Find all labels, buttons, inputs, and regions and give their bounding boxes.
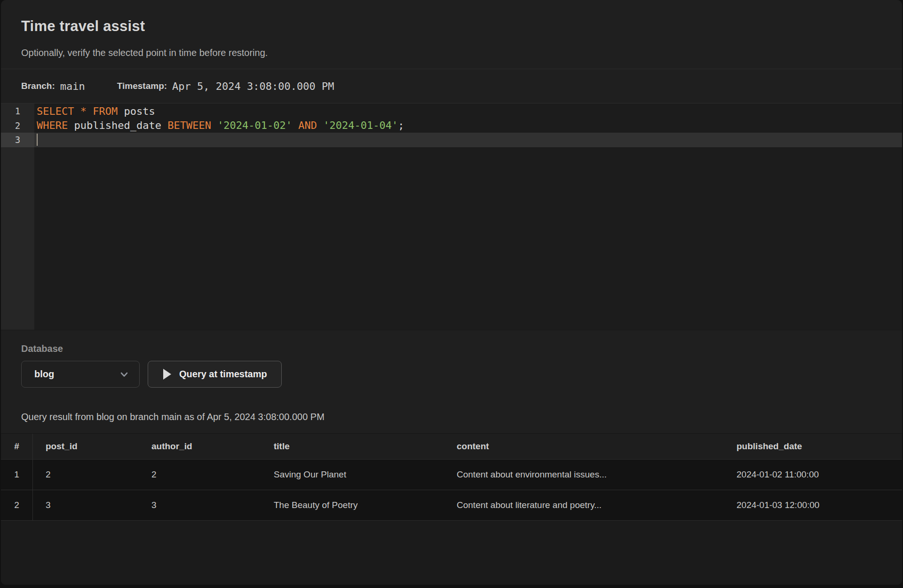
table-cell: 2	[33, 460, 139, 490]
timestamp-label: Timestamp:	[117, 81, 167, 91]
table-cell: Content about environmental issues...	[444, 460, 724, 490]
query-controls: blog Query at timestamp	[21, 361, 882, 388]
timestamp-value: Apr 5, 2024 3:08:00.000 PM	[172, 80, 334, 92]
editor-line[interactable]: 2WHERE published_date BETWEEN '2024-01-0…	[1, 119, 902, 133]
column-header: author_id	[139, 434, 261, 459]
query-button-label: Query at timestamp	[179, 369, 267, 380]
column-header: post_id	[33, 434, 139, 459]
table-cell: 3	[33, 490, 139, 520]
table-cell: 3	[139, 490, 261, 520]
play-icon	[162, 368, 172, 380]
table-cell: 2024-01-03 12:00:00	[724, 490, 902, 520]
code-text	[34, 133, 38, 147]
timestamp-info: Timestamp: Apr 5, 2024 3:08:00.000 PM	[117, 80, 334, 92]
code-text: WHERE published_date BETWEEN '2024-01-02…	[34, 119, 404, 133]
column-header: content	[444, 434, 724, 459]
chevron-down-icon	[119, 369, 129, 380]
table-row: 233The Beauty of PoetryContent about lit…	[1, 490, 902, 520]
branch-label: Branch:	[21, 81, 55, 91]
editor-line[interactable]: 1SELECT * FROM posts	[1, 104, 902, 119]
database-select[interactable]: blog	[21, 361, 140, 388]
results-table-body: 122Saving Our PlanetContent about enviro…	[1, 459, 902, 521]
table-cell: The Beauty of Poetry	[261, 490, 444, 520]
editor-lines: 1SELECT * FROM posts2WHERE published_dat…	[1, 103, 902, 147]
column-header: published_date	[724, 434, 902, 459]
branch-timestamp-row: Branch: main Timestamp: Apr 5, 2024 3:08…	[1, 69, 902, 103]
results-empty-area	[1, 521, 902, 585]
table-cell: Content about literature and poetry...	[444, 490, 724, 520]
text-cursor	[37, 134, 38, 146]
page-title: Time travel assist	[21, 16, 882, 37]
line-number: 3	[1, 133, 34, 147]
column-header: #	[1, 434, 33, 459]
line-number: 2	[1, 119, 34, 133]
query-result-caption: Query result from blog on branch main as…	[21, 410, 882, 423]
table-cell: 2	[1, 490, 33, 520]
table-cell: Saving Our Planet	[261, 460, 444, 490]
table-cell: 1	[1, 460, 33, 490]
branch-value: main	[60, 80, 85, 92]
branch-info: Branch: main	[21, 80, 85, 92]
page-subtitle: Optionally, verify the selected point in…	[21, 46, 882, 69]
database-label: Database	[21, 343, 882, 354]
database-selected-value: blog	[34, 369, 54, 380]
time-travel-assist-panel: Time travel assist Optionally, verify th…	[1, 0, 902, 585]
table-row: 122Saving Our PlanetContent about enviro…	[1, 459, 902, 490]
column-header: title	[261, 434, 444, 459]
query-at-timestamp-button[interactable]: Query at timestamp	[148, 361, 282, 388]
panel-header: Time travel assist Optionally, verify th…	[1, 0, 902, 69]
query-section: Database blog Query at timestamp	[1, 330, 902, 585]
table-cell: 2	[139, 460, 261, 490]
sql-editor[interactable]: 1SELECT * FROM posts2WHERE published_dat…	[1, 103, 902, 330]
table-cell: 2024-01-02 11:00:00	[724, 460, 902, 490]
results-table: #post_idauthor_idtitlecontentpublished_d…	[1, 433, 902, 521]
editor-line[interactable]: 3	[1, 133, 902, 147]
line-number: 1	[1, 104, 34, 119]
code-text: SELECT * FROM posts	[34, 104, 155, 119]
results-table-header: #post_idauthor_idtitlecontentpublished_d…	[1, 433, 902, 459]
